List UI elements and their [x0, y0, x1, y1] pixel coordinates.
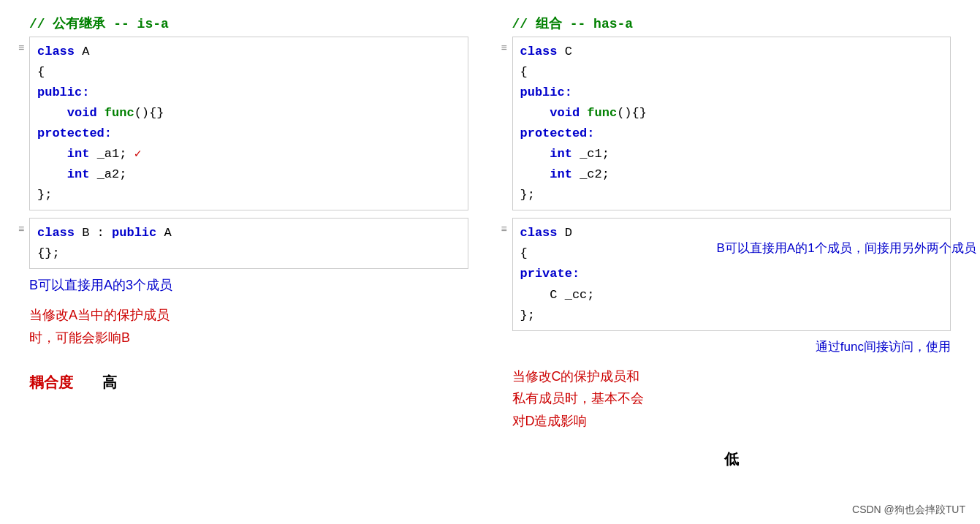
left-comment: // 公有继承 -- is-a — [29, 15, 468, 32]
right-note-inline: B可以直接用A的1个成员，间接用另外两个成员 — [717, 240, 976, 257]
class-d-block: class D { private: C _cc; }; — [512, 218, 951, 330]
left-panel: // 公有继承 -- is-a class A { public: void f… — [29, 15, 490, 509]
left-note-blue: B可以直接用A的3个成员 — [29, 276, 468, 294]
class-d-code: class D { private: C _cc; }; — [520, 223, 943, 325]
left-coupling: 耦合度 高 — [29, 367, 468, 392]
class-b-block: class B : public A {}; — [29, 218, 468, 269]
class-d-wrapper: class D { private: C _cc; }; B可以直接用A的1个成… — [512, 218, 951, 330]
left-bottom-note: 当修改A当中的保护成员 时，可能会影响B — [29, 304, 468, 349]
class-a-block: class A { public: void func(){} protecte… — [29, 37, 468, 210]
coupling-high: 高 — [102, 373, 117, 392]
main-container: // 公有继承 -- is-a class A { public: void f… — [0, 0, 980, 524]
coupling-low: 低 — [512, 449, 951, 469]
class-a-code: class A { public: void func(){} protecte… — [37, 42, 460, 205]
right-bottom-note: 当修改C的保护成员和 私有成员时，基本不会 对D造成影响 — [512, 365, 951, 433]
watermark: CSDN @狗也会摔跤TUT — [852, 504, 965, 517]
class-c-code: class C { public: void func(){} protecte… — [520, 42, 943, 205]
class-c-block: class C { public: void func(){} protecte… — [512, 37, 951, 210]
class-b-code: class B : public A {}; — [37, 223, 460, 264]
coupling-label: 耦合度 — [29, 373, 73, 392]
right-comment: // 组合 -- has-a — [512, 15, 951, 32]
right-panel: // 组合 -- has-a class C { public: void fu… — [490, 15, 951, 509]
right-note2: 通过func间接访问，使用 — [512, 338, 951, 355]
